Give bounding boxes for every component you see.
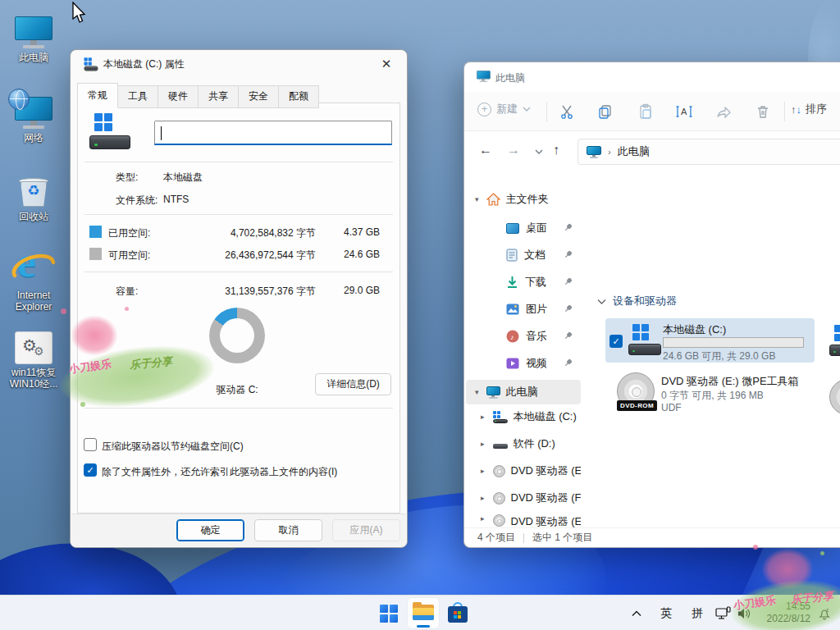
sidebar-item-label: 视频 [526, 356, 547, 371]
new-button[interactable]: + 新建 [477, 102, 531, 116]
dvd-name: DVD 驱动器 (E:) 微PE工具箱 [661, 374, 799, 389]
desktop-icon-recycle-bin[interactable]: ♻ 回收站 [2, 171, 66, 222]
drive-icon [89, 113, 132, 153]
group-header-devices-and-drives[interactable]: 设备和驱动器 [597, 294, 677, 308]
status-item-count: 4 个项目 [477, 531, 515, 545]
breadcrumb-item[interactable]: 此电脑 [618, 144, 650, 159]
pin-icon [564, 223, 573, 232]
tab-quota[interactable]: 配额 [278, 85, 319, 108]
recycle-bin-icon: ♻ [17, 172, 50, 208]
separator [84, 272, 393, 272]
paste-button[interactable] [632, 98, 660, 126]
used-space-bytes: 4,702,584,832 字节 [176, 226, 316, 240]
desktop-icon-internet-explorer[interactable]: e Internet Explorer [2, 243, 66, 313]
sidebar-item-documents[interactable]: 文档 [466, 243, 581, 267]
drive-icon [493, 444, 508, 449]
desktop-icon-win11-restore[interactable]: ⚙⚙ win11恢复 WIN10经... [2, 330, 66, 390]
sidebar-item-music[interactable]: ♪ 音乐 [466, 324, 581, 349]
tab-general[interactable]: 常规 [77, 83, 118, 108]
dialog-title-bar[interactable]: 本地磁盘 (C:) 属性 ✕ [71, 50, 407, 78]
mouse-cursor [72, 2, 87, 24]
apply-button[interactable]: 应用(A) [332, 519, 400, 541]
share-icon [715, 103, 732, 120]
checkbox-checked-icon[interactable]: ✓ [609, 335, 623, 348]
network-icon[interactable] [712, 596, 733, 630]
clock-date: 2022/8/12 [751, 613, 810, 625]
copy-button[interactable] [591, 98, 619, 126]
used-space-swatch [89, 226, 102, 238]
ime-mode-indicator[interactable]: 拼 [687, 596, 707, 630]
compress-checkbox-label[interactable]: 压缩此驱动器以节约磁盘空间(C) [102, 440, 244, 454]
sidebar-item-downloads[interactable]: 下载 [466, 270, 581, 294]
status-divider [523, 533, 524, 543]
copy-icon [597, 103, 614, 120]
tab-hardware[interactable]: 硬件 [158, 85, 199, 108]
sidebar-item-this-pc[interactable]: ▾ 此电脑 [466, 380, 581, 404]
forward-button[interactable]: → [507, 143, 520, 158]
trash-icon [755, 103, 771, 120]
free-space-size: 24.6 GB [324, 249, 380, 260]
folder-icon [413, 605, 434, 622]
share-button[interactable] [710, 98, 737, 126]
separator [84, 214, 393, 215]
cancel-button[interactable]: 取消 [254, 519, 322, 541]
tab-page-general: 类型: 本地磁盘 文件系统: NTFS 已用空间: 4,702,584,832 … [77, 103, 400, 514]
sidebar-item-dvd-f[interactable]: ▸ DVD 驱动器 (F:) [466, 486, 581, 510]
sidebar-item-desktop[interactable]: 桌面 [466, 216, 581, 240]
drive-caption: 驱动器 C: [188, 383, 286, 397]
desktop-icon-this-pc[interactable]: 此电脑 [2, 11, 66, 63]
sort-button[interactable]: ↑↓ 排序 [791, 102, 827, 116]
download-icon [506, 276, 518, 289]
address-bar[interactable]: › 此电脑 [578, 139, 840, 165]
history-chevron-icon[interactable] [535, 148, 543, 155]
desktop: 此电脑 网络 ♻ 回收站 e Internet Explorer ⚙⚙ win1… [0, 0, 840, 630]
sidebar-item-drive-c[interactable]: ▸ 本地磁盘 (C:) [466, 404, 581, 429]
desktop-icon-network[interactable]: 网络 [2, 92, 66, 144]
close-icon[interactable]: ✕ [369, 52, 404, 76]
tab-tools[interactable]: 工具 [117, 85, 158, 108]
sidebar-item-videos[interactable]: 视频 [466, 351, 581, 376]
back-button[interactable]: ← [479, 143, 492, 158]
desktop-icon-label: Internet Explorer [2, 290, 66, 313]
dialog-title: 本地磁盘 (C:) 属性 [103, 57, 185, 71]
start-button[interactable] [373, 598, 404, 628]
index-checkbox-label[interactable]: 除了文件属性外，还允许索引此驱动器上文件的内容(I) [102, 465, 337, 479]
drive-icon [493, 411, 508, 423]
sidebar-item-dvd-e[interactable]: ▸ DVD 驱动器 (E:) [466, 459, 581, 483]
delete-button[interactable] [749, 98, 777, 126]
sidebar-item-home[interactable]: ▾ 主文件夹 [466, 187, 581, 212]
partial-drive-item[interactable] [829, 325, 840, 358]
rename-icon: A [675, 103, 693, 120]
sidebar-item-pictures[interactable]: 图片 [466, 297, 581, 322]
details-button[interactable]: 详细信息(D) [315, 373, 391, 395]
dialog-tabs: 常规 工具 硬件 共享 安全 配额 [77, 83, 318, 108]
svg-text:A: A [681, 107, 687, 116]
taskbar-file-explorer-button[interactable] [408, 598, 439, 628]
drive-item-c[interactable]: ✓ 本地磁盘 (C:) 24.6 GB 可用, 共 29.0 GB [605, 318, 815, 363]
compress-checkbox[interactable]: ✓ [84, 438, 97, 451]
notification-bell-icon[interactable]: z [814, 596, 835, 630]
hidden-icons-button[interactable] [627, 596, 646, 630]
ok-button[interactable]: 确定 [176, 519, 244, 541]
taskbar-store-button[interactable] [442, 598, 473, 628]
capacity-label: 容量: [116, 285, 138, 299]
volume-label-input[interactable] [154, 121, 392, 145]
partial-dvd-item[interactable] [829, 379, 840, 417]
ime-language-indicator[interactable]: 英 [656, 596, 676, 630]
pictures-icon [506, 304, 519, 315]
tab-security[interactable]: 安全 [238, 85, 279, 108]
cut-button[interactable] [553, 98, 581, 126]
separator [84, 408, 393, 409]
up-button[interactable]: ↑ [553, 143, 559, 158]
music-icon: ♪ [506, 330, 519, 343]
index-checkbox[interactable]: ✓ [84, 463, 97, 477]
rename-button[interactable]: A [670, 98, 698, 126]
chevron-up-icon [632, 610, 641, 617]
tab-sharing[interactable]: 共享 [198, 85, 239, 108]
dvd-item-e[interactable]: DVD-ROM DVD 驱动器 (E:) 微PE工具箱 0 字节 可用, 共 1… [605, 371, 815, 418]
explorer-title-bar[interactable]: 此电脑 [464, 62, 840, 92]
sidebar-item-drive-d[interactable]: ▸ 软件 (D:) [466, 431, 581, 456]
sidebar-item-label: 文档 [524, 248, 546, 262]
drive-icon [627, 322, 661, 357]
taskbar-clock[interactable]: 14:55 2022/8/12 [751, 600, 810, 625]
